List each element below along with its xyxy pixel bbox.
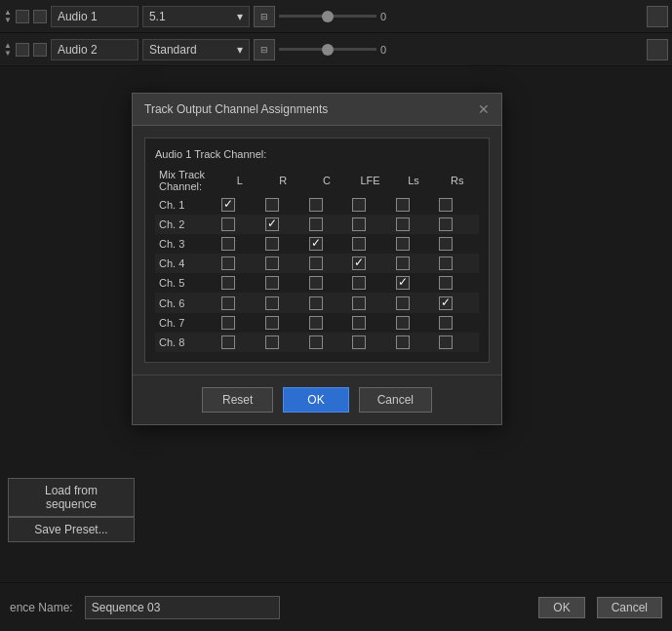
checkbox-row5-col-r[interactable] [265, 276, 279, 290]
save-preset-button[interactable]: Save Preset... [8, 517, 135, 542]
checkbox-row1-col-rs[interactable] [439, 198, 453, 212]
track-lock-1[interactable] [33, 10, 47, 23]
checkbox-row8-col-lfe[interactable] [352, 335, 366, 349]
checkbox-row4-col-lfe[interactable] [352, 256, 366, 270]
ch-checkbox-cell [392, 254, 436, 273]
ch-checkbox-cell [261, 293, 305, 312]
track-name-1[interactable]: Audio 1 [51, 6, 138, 27]
col-header-Rs: Rs [435, 166, 479, 195]
track-mute-1[interactable] [647, 6, 668, 27]
checkbox-row1-col-ls[interactable] [396, 198, 410, 212]
ch-name-7: Ch. 7 [155, 313, 217, 333]
checkbox-row6-col-ls[interactable] [396, 296, 410, 310]
track-volume-slider-2[interactable] [279, 48, 376, 51]
checkbox-row2-col-ls[interactable] [396, 217, 410, 231]
checkbox-row3-col-lfe[interactable] [352, 237, 366, 251]
ok-button[interactable]: OK [283, 387, 348, 413]
checkbox-row7-col-c[interactable] [309, 316, 323, 330]
checkbox-row3-col-rs[interactable] [439, 237, 453, 251]
ch-checkbox-cell [305, 313, 349, 333]
reset-button[interactable]: Reset [202, 387, 273, 413]
ch-checkbox-cell [435, 293, 479, 312]
track-row-1: ▲▼ Audio 1 5.1 ▾ ⊟ 0 [0, 0, 672, 33]
checkbox-row6-col-lfe[interactable] [352, 296, 366, 310]
checkbox-row6-col-l[interactable] [221, 296, 235, 310]
checkbox-row6-col-c[interactable] [309, 296, 323, 310]
checkbox-row4-col-rs[interactable] [439, 256, 453, 270]
dialog-close-button[interactable]: ✕ [478, 101, 490, 117]
ch-checkbox-cell [305, 333, 349, 352]
checkbox-row2-col-r[interactable] [265, 217, 279, 231]
checkbox-row3-col-c[interactable] [309, 237, 323, 251]
bottom-ok-button[interactable]: OK [538, 597, 584, 618]
ch-checkbox-cell [305, 273, 349, 293]
track-eye-1[interactable] [16, 10, 29, 23]
checkbox-row1-col-c[interactable] [309, 198, 323, 212]
ch-checkbox-cell [217, 195, 261, 215]
track-chevrons-2[interactable]: ▲▼ [4, 42, 12, 58]
track-chevrons-1[interactable]: ▲▼ [4, 9, 12, 24]
checkbox-row1-col-r[interactable] [265, 198, 279, 212]
track-eye-2[interactable] [16, 43, 29, 57]
col-header-Ls: Ls [392, 166, 436, 195]
checkbox-row7-col-rs[interactable] [439, 316, 453, 330]
checkbox-row5-col-rs[interactable] [439, 276, 453, 290]
slider-knob-1[interactable] [322, 11, 334, 22]
checkbox-row2-col-rs[interactable] [439, 217, 453, 231]
checkbox-row7-col-ls[interactable] [396, 316, 410, 330]
col-header-L: L [217, 166, 261, 195]
channel-table-container: Audio 1 Track Channel: Mix Track Channel… [144, 138, 490, 363]
checkbox-row2-col-l[interactable] [221, 217, 235, 231]
sequence-name-input[interactable] [85, 596, 280, 619]
checkbox-row8-col-rs[interactable] [439, 335, 453, 349]
slider-knob-2[interactable] [322, 44, 334, 56]
track-routing-icon-2[interactable]: ⊟ [254, 39, 275, 60]
checkbox-row5-col-c[interactable] [309, 276, 323, 290]
checkbox-row4-col-r[interactable] [265, 256, 279, 270]
dialog-title: Track Output Channel Assignments [144, 102, 328, 116]
checkbox-row2-col-lfe[interactable] [352, 217, 366, 231]
track-volume-slider-1[interactable] [279, 15, 376, 18]
ch-checkbox-cell [217, 234, 261, 254]
checkbox-row5-col-lfe[interactable] [352, 276, 366, 290]
checkbox-row3-col-ls[interactable] [396, 237, 410, 251]
track-mute-2[interactable] [647, 39, 668, 60]
track-name-2[interactable]: Audio 2 [51, 39, 138, 60]
track-format-1[interactable]: 5.1 ▾ [142, 6, 250, 27]
bottom-cancel-button[interactable]: Cancel [597, 597, 662, 618]
load-from-sequence-button[interactable]: Load from sequence [8, 478, 135, 517]
track-lock-2[interactable] [33, 43, 47, 57]
checkbox-row7-col-lfe[interactable] [352, 316, 366, 330]
checkbox-row1-col-l[interactable] [221, 198, 235, 212]
checkbox-row7-col-l[interactable] [221, 316, 235, 330]
table-row: Ch. 7 [155, 313, 479, 333]
checkbox-row1-col-lfe[interactable] [352, 198, 366, 212]
checkbox-row8-col-r[interactable] [265, 335, 279, 349]
ch-name-8: Ch. 8 [155, 333, 217, 352]
ch-checkbox-cell [392, 293, 436, 312]
ch-checkbox-cell [392, 273, 436, 293]
cancel-button[interactable]: Cancel [359, 387, 432, 413]
checkbox-row8-col-ls[interactable] [396, 335, 410, 349]
ch-checkbox-cell [348, 215, 392, 234]
checkbox-row5-col-ls[interactable] [396, 276, 410, 290]
checkbox-row5-col-l[interactable] [221, 276, 235, 290]
checkbox-row8-col-c[interactable] [309, 335, 323, 349]
checkbox-row6-col-rs[interactable] [439, 296, 453, 310]
table-row: Ch. 4 [155, 254, 479, 273]
checkbox-row2-col-c[interactable] [309, 217, 323, 231]
checkbox-row3-col-r[interactable] [265, 237, 279, 251]
checkbox-row4-col-ls[interactable] [396, 256, 410, 270]
track-format-2[interactable]: Standard ▾ [142, 39, 250, 60]
checkbox-row4-col-l[interactable] [221, 256, 235, 270]
ch-name-3: Ch. 3 [155, 234, 217, 254]
ch-checkbox-cell [392, 215, 436, 234]
track-routing-icon-1[interactable]: ⊟ [254, 6, 275, 27]
checkbox-row4-col-c[interactable] [309, 256, 323, 270]
ch-checkbox-cell [348, 254, 392, 273]
checkbox-row3-col-l[interactable] [221, 237, 235, 251]
checkbox-row7-col-r[interactable] [265, 316, 279, 330]
checkbox-row8-col-l[interactable] [221, 335, 235, 349]
dialog-titlebar: Track Output Channel Assignments ✕ [133, 94, 501, 126]
checkbox-row6-col-r[interactable] [265, 296, 279, 310]
